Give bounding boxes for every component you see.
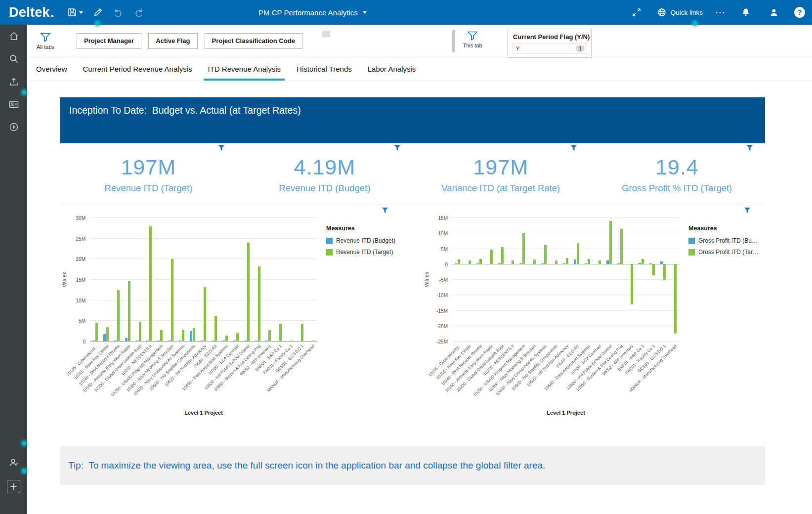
coach-beacon[interactable] (22, 90, 27, 95)
bar[interactable] (149, 226, 152, 342)
bar[interactable] (552, 264, 555, 264)
bar[interactable] (490, 250, 493, 264)
bar[interactable] (598, 260, 601, 264)
bar[interactable] (247, 243, 250, 342)
bar[interactable] (268, 330, 271, 342)
bar[interactable] (117, 290, 120, 342)
tab-current-period-revenue-analysis[interactable]: Current Period Revenue Analysis (83, 57, 192, 81)
dashboard-title-menu[interactable]: PM CP Performance Analytics (258, 0, 367, 25)
bar[interactable] (301, 324, 303, 342)
save-button[interactable] (64, 4, 86, 20)
bar[interactable] (103, 334, 106, 342)
bar[interactable] (522, 233, 525, 264)
bar[interactable] (641, 259, 644, 264)
bar[interactable] (509, 264, 511, 264)
bar[interactable] (555, 260, 557, 264)
bar[interactable] (544, 245, 547, 264)
bar[interactable] (458, 259, 460, 264)
filter-funnel-icon[interactable] (218, 145, 225, 151)
coach-beacon[interactable] (22, 469, 27, 473)
bar[interactable] (125, 338, 128, 342)
bar[interactable] (563, 263, 565, 264)
tab-historical-trends[interactable]: Historical Trends (297, 57, 352, 81)
bar[interactable] (182, 330, 184, 342)
filter-funnel-icon[interactable] (746, 145, 753, 151)
bar[interactable] (631, 264, 633, 304)
bar[interactable] (663, 264, 666, 280)
bar[interactable] (128, 281, 130, 342)
redo-button[interactable] (130, 4, 147, 20)
bar[interactable] (139, 322, 141, 342)
bar[interactable] (498, 263, 501, 264)
bar[interactable] (609, 221, 612, 264)
filter-panel-grip[interactable] (452, 30, 455, 52)
bar[interactable] (639, 263, 641, 264)
bar[interactable] (588, 259, 590, 264)
legend-item[interactable]: Gross Profit ITD (Tar… (688, 249, 758, 256)
nav-search[interactable] (0, 47, 27, 70)
bar[interactable] (512, 260, 514, 264)
bar[interactable] (652, 264, 655, 275)
all-tabs-filter-button[interactable]: All tabs (31, 32, 60, 50)
bar[interactable] (487, 264, 490, 264)
bar[interactable] (214, 316, 217, 342)
bar[interactable] (160, 330, 163, 342)
bar[interactable] (566, 258, 568, 264)
quick-links-button[interactable]: Quick links (657, 7, 703, 17)
legend-item[interactable]: Gross Profit ITD (Bu… (688, 237, 758, 244)
bar[interactable] (466, 264, 468, 264)
bar[interactable] (620, 229, 623, 264)
bar[interactable] (574, 259, 576, 264)
current-period-flag-input[interactable]: Y 1 (512, 43, 587, 53)
bar[interactable] (585, 263, 587, 264)
bar[interactable] (541, 263, 544, 264)
nav-contacts[interactable] (0, 93, 27, 116)
bar[interactable] (649, 263, 652, 264)
bar[interactable] (95, 323, 98, 342)
bar[interactable] (628, 264, 630, 264)
edit-button[interactable] (90, 4, 106, 20)
bar[interactable] (577, 243, 579, 264)
bar[interactable] (469, 260, 471, 264)
bar[interactable] (279, 324, 282, 342)
bar[interactable] (236, 333, 239, 342)
bar[interactable] (530, 264, 533, 264)
nav-navigation[interactable] (0, 116, 27, 138)
bar[interactable] (106, 327, 109, 342)
bar[interactable] (533, 259, 536, 264)
bar[interactable] (519, 263, 522, 264)
bar[interactable] (479, 259, 482, 264)
filter-funnel-icon[interactable] (382, 207, 388, 214)
tab-overview[interactable]: Overview (36, 57, 67, 81)
bar[interactable] (671, 264, 674, 264)
more-menu-button[interactable]: ⋯ (715, 7, 726, 17)
bar[interactable] (190, 331, 192, 342)
bar[interactable] (171, 259, 173, 342)
bar[interactable] (501, 247, 504, 264)
bar[interactable] (204, 287, 206, 342)
filter-funnel-icon[interactable] (394, 145, 401, 151)
filter-chip-project-classification-code[interactable]: Project Classification Code (205, 33, 302, 49)
tab-labor-analysis[interactable]: Labor Analysis (368, 57, 416, 81)
filter-funnel-icon[interactable] (570, 145, 577, 151)
bar[interactable] (258, 266, 260, 342)
nav-home[interactable] (0, 25, 27, 47)
filter-funnel-icon[interactable] (744, 207, 751, 214)
bar[interactable] (225, 336, 228, 342)
filter-chip-active-flag[interactable]: Active Flag (148, 33, 197, 49)
coach-beacon[interactable] (692, 21, 697, 26)
bar[interactable] (606, 260, 609, 264)
tab-itd-revenue-analysis[interactable]: ITD Revenue Analysis (208, 57, 281, 81)
legend-item[interactable]: Revenue ITD (Target) (326, 249, 395, 256)
help-button[interactable]: ? (794, 7, 805, 18)
nav-export[interactable] (0, 70, 27, 93)
undo-button[interactable] (110, 4, 127, 20)
bar[interactable] (596, 264, 598, 264)
bar[interactable] (674, 264, 677, 334)
legend-item[interactable]: Revenue ITD (Budget) (326, 237, 395, 244)
chips-scrollbar-thumb[interactable] (322, 31, 330, 37)
add-button[interactable] (7, 480, 20, 493)
bar[interactable] (617, 263, 620, 264)
profile-button[interactable] (766, 4, 782, 20)
notifications-button[interactable] (738, 4, 754, 20)
